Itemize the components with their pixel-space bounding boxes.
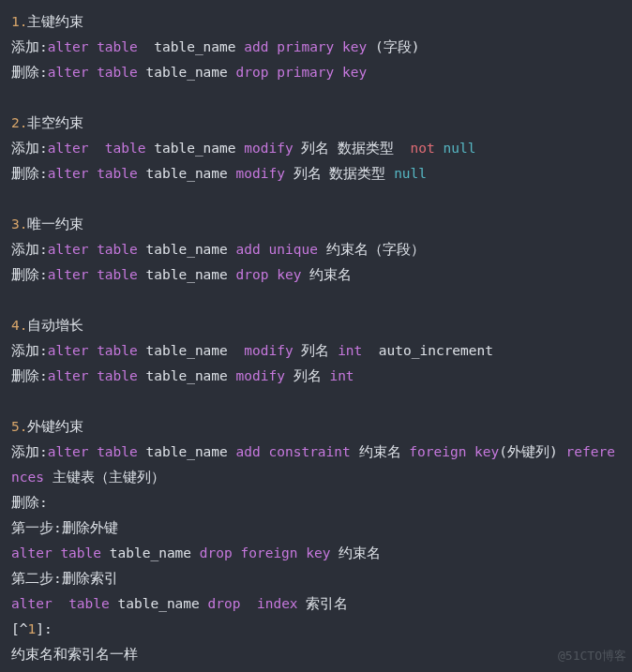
token-kw: table [97,267,138,282]
token-kw: int [338,343,362,358]
token-kw: key [342,39,367,54]
token-plain: 添加: [11,242,48,257]
token-plain: table_name [138,242,236,257]
token-kw: alter [48,39,89,54]
token-kw: key [342,65,367,80]
token-kw: table [97,65,138,80]
token-kw: primary [277,65,334,80]
token-plain [88,39,97,54]
code-line: 添加:alter table table_name modify 列名 数据类型… [11,136,621,161]
token-plain: 约束名和索引名一样 [11,647,138,662]
token-kw: table [97,368,138,383]
token-plain: 主键表（主键列） [44,470,165,485]
token-kw: key [474,444,499,459]
token-plain [88,343,97,358]
token-plain: 列名 [293,343,338,358]
token-kw: table [60,545,101,560]
token-plain: 第二步:删除索引 [11,571,118,586]
token-plain: table_name [138,444,236,459]
token-kw: key [306,545,330,560]
code-block: 1.主键约束添加:alter table table_name add prim… [11,9,621,667]
token-plain: table_name [138,166,236,181]
token-plain: table_name [138,343,245,358]
token-kw: table [97,343,138,358]
token-teal: null [444,141,476,156]
code-line: 第二步:删除索引 [11,566,621,591]
watermark: @51CTO博客 [558,643,626,668]
code-line: 删除:alter table table_name modify 列名 数据类型… [11,161,621,187]
token-plain [334,39,342,54]
token-plain [88,267,97,282]
code-line: 4.自动增长 [11,313,621,338]
token-plain: 自动增长 [27,318,83,333]
token-plain: 添加: [11,444,48,459]
token-plain: table_name [146,141,245,156]
token-plain: 约束名 [301,267,352,282]
code-line: 5.外键约束 [11,414,621,440]
token-plain: 唯一约束 [27,217,83,231]
token-plain [53,596,68,611]
token-plain: table_name [138,267,236,282]
token-red: not [411,141,435,156]
code-line: 3.唯一约束 [11,212,621,237]
token-plain: 第一步:删除外键 [11,520,118,535]
token-plain: 列名 数据类型 [285,166,394,181]
token-plain: 删除: [11,267,48,282]
token-kw: drop [208,596,241,611]
token-plain: 删除: [11,166,48,181]
token-kw: constraint [268,444,350,459]
token-plain: table_name [110,596,208,611]
token-plain: 添加: [11,343,48,358]
token-plain: 约束名 [331,545,382,560]
token-plain [88,242,97,257]
code-line: 1.主键约束 [11,9,621,35]
token-plain [88,141,104,156]
token-kw: alter [48,343,89,358]
token-kw: int [329,368,354,383]
token-num: 1. [11,14,27,29]
token-kw: alter [11,545,53,560]
code-line: 删除:alter table table_name drop key 约束名 [11,262,621,288]
token-plain [88,444,97,459]
token-kw: drop [236,267,269,282]
code-line: 添加:alter table table_name modify 列名 int … [11,338,621,364]
token-plain [88,65,97,80]
code-line: 添加:alter table table_name add primary ke… [11,35,621,60]
code-line: [^1]: [11,617,621,642]
token-kw: alter [48,444,89,459]
token-plain: auto_increment [362,343,493,358]
token-plain [88,166,97,181]
token-kw: alter [11,596,53,611]
code-line [11,288,621,313]
token-plain: 添加: [11,141,48,156]
token-kw: table [97,39,138,54]
token-plain: 外键约束 [27,419,83,434]
token-plain: 删除: [11,65,48,80]
token-plain [268,39,277,54]
token-plain: [^ [11,621,27,636]
token-plain [298,545,307,560]
token-kw: index [257,596,298,611]
token-plain [268,65,277,80]
code-line: 删除: [11,490,621,515]
token-kw: foreign [409,444,466,459]
token-kw: table [97,444,138,459]
token-kw: foreign [240,545,297,560]
code-line [11,85,621,111]
token-kw: add [236,242,261,257]
token-plain: 添加: [11,39,48,54]
code-line: alter table table_name drop foreign key … [11,541,621,566]
token-kw: drop [200,545,233,560]
token-plain: table_name [138,368,236,383]
token-num: 4. [11,318,27,333]
code-line: 2.非空约束 [11,111,621,136]
code-line: alter table table_name drop index 索引名 [11,591,621,617]
token-kw: alter [48,242,89,257]
token-kw: unique [268,242,317,257]
token-plain: 删除: [11,495,48,510]
token-plain: 删除: [11,368,48,383]
token-kw: table [97,166,138,181]
token-kw: alter [48,141,89,156]
token-plain: (字段) [367,39,419,54]
token-kw: key [277,267,301,282]
